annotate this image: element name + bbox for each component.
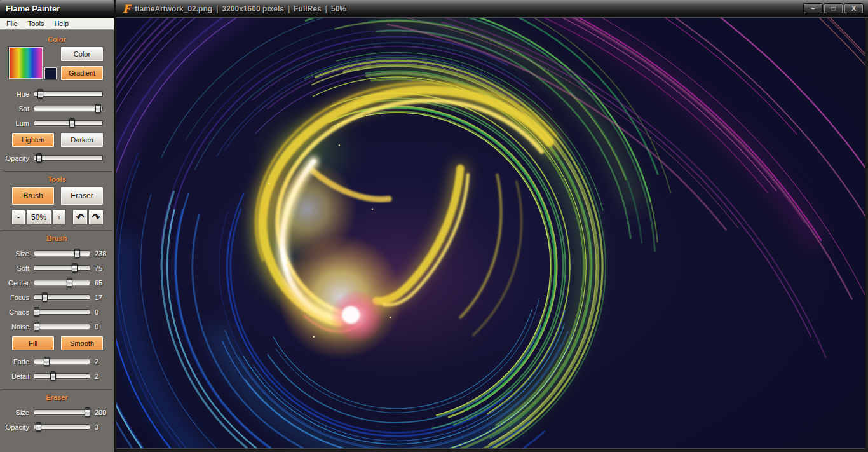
brush-fade-label: Fade <box>0 358 29 366</box>
document-filename: flameArtwork_02.png <box>135 4 212 13</box>
lum-slider[interactable] <box>34 120 103 126</box>
fill-button[interactable]: Fill <box>12 336 54 350</box>
brush-center-row: Center 65 <box>0 275 114 290</box>
brush-noise-row: Noise 0 <box>0 319 114 334</box>
brush-chaos-value: 0 <box>95 308 110 316</box>
brush-soft-value: 75 <box>95 264 110 272</box>
brush-fade-value: 2 <box>95 358 110 366</box>
redo-icon: ↷ <box>92 212 100 223</box>
brush-noise-thumb[interactable] <box>34 322 39 331</box>
lum-slider-thumb[interactable] <box>69 118 75 128</box>
color-section-title: Color <box>0 36 114 43</box>
brush-center-label: Center <box>0 279 29 287</box>
brush-size-value: 238 <box>95 250 110 257</box>
zoom-out-button[interactable]: - <box>12 210 25 224</box>
sat-slider[interactable] <box>34 106 103 111</box>
brush-soft-thumb[interactable] <box>72 263 78 273</box>
eraser-opacity-slider[interactable] <box>34 424 90 430</box>
brush-focus-slider[interactable] <box>34 294 90 300</box>
brush-detail-thumb[interactable] <box>50 371 56 381</box>
brush-soft-slider[interactable] <box>34 265 90 271</box>
brush-size-label: Size <box>0 250 29 257</box>
brush-detail-slider[interactable] <box>34 373 90 379</box>
zoom-in-button[interactable]: + <box>53 210 65 224</box>
smooth-button[interactable]: Smooth <box>61 336 103 350</box>
zoom-level-button[interactable]: 50% <box>27 210 51 224</box>
darken-button[interactable]: Darken <box>61 133 103 147</box>
document-resolution: FullRes <box>294 4 321 13</box>
gradient-button[interactable]: Gradient <box>61 66 103 80</box>
brush-center-thumb[interactable] <box>67 278 72 287</box>
brush-focus-label: Focus <box>0 294 29 301</box>
color-opacity-slider-thumb[interactable] <box>36 153 42 163</box>
color-opacity-slider[interactable] <box>34 155 103 161</box>
brush-noise-value: 0 <box>95 323 110 331</box>
brush-detail-label: Detail <box>0 373 29 380</box>
brush-size-row: Size 238 <box>0 246 114 261</box>
brush-fade-slider[interactable] <box>34 359 90 364</box>
brush-fade-thumb[interactable] <box>44 357 50 366</box>
menu-bar: File Tools Help <box>0 18 114 30</box>
maximize-button[interactable]: □ <box>824 4 843 13</box>
lighten-darken-row: Lighten Darken <box>0 133 114 147</box>
menu-tools[interactable]: Tools <box>23 20 50 27</box>
brush-noise-slider[interactable] <box>34 324 90 329</box>
section-divider <box>2 230 112 231</box>
brush-noise-label: Noise <box>0 323 29 331</box>
lighten-button[interactable]: Lighten <box>12 133 54 147</box>
title-separator: | <box>288 4 290 13</box>
color-button[interactable]: Color <box>61 47 103 61</box>
app-root: Flame Painter File Tools Help Color Colo… <box>0 0 868 452</box>
close-button[interactable]: X <box>844 4 863 13</box>
brush-detail-value: 2 <box>95 373 110 380</box>
hue-slider[interactable] <box>34 91 103 97</box>
color-swatch-row: Color Gradient <box>0 47 114 80</box>
eraser-opacity-label: Opacity <box>0 423 29 431</box>
brush-focus-thumb[interactable] <box>42 292 48 302</box>
current-color-swatch[interactable] <box>44 67 57 79</box>
brush-center-slider[interactable] <box>34 280 90 285</box>
brush-soft-row: Soft 75 <box>0 261 114 275</box>
zoom-undo-row: - 50% + ↶ ↷ <box>0 210 114 224</box>
eraser-size-slider[interactable] <box>34 409 90 415</box>
brush-chaos-label: Chaos <box>0 308 29 316</box>
brush-detail-row: Detail 2 <box>0 369 114 383</box>
hue-label: Hue <box>0 90 29 98</box>
lum-slider-row: Lum <box>0 116 114 130</box>
document-dimensions: 3200x1600 pixels <box>222 4 283 13</box>
brush-chaos-row: Chaos 0 <box>0 305 114 319</box>
eraser-section-title: Eraser <box>0 394 114 401</box>
brush-section-title: Brush <box>0 235 114 242</box>
eraser-size-thumb[interactable] <box>85 407 90 417</box>
eraser-size-value: 200 <box>95 409 110 416</box>
minimize-button[interactable]: – <box>804 4 822 13</box>
title-separator: | <box>216 4 218 13</box>
brush-focus-value: 17 <box>95 294 110 301</box>
brush-chaos-slider[interactable] <box>34 309 90 315</box>
eraser-size-label: Size <box>0 409 29 416</box>
eraser-size-row: Size 200 <box>0 405 114 420</box>
brush-tool-button[interactable]: Brush <box>12 187 54 205</box>
color-opacity-slider-row: Opacity <box>0 151 114 165</box>
hue-slider-thumb[interactable] <box>37 89 43 99</box>
menu-help[interactable]: Help <box>49 20 74 27</box>
document-zoom: 50% <box>331 4 346 13</box>
menu-file[interactable]: File <box>1 20 23 27</box>
flame-logo-icon: F <box>123 3 130 15</box>
color-spectrum-swatch[interactable] <box>9 47 43 79</box>
eraser-tool-button[interactable]: Eraser <box>61 187 103 205</box>
brush-size-slider[interactable] <box>34 250 90 256</box>
undo-button[interactable]: ↶ <box>73 210 87 224</box>
eraser-opacity-thumb[interactable] <box>36 422 41 432</box>
canvas-area[interactable] <box>116 18 865 448</box>
redo-button[interactable]: ↷ <box>89 210 103 224</box>
document-title: flameArtwork_02.png|3200x1600 pixels|Ful… <box>135 4 346 13</box>
hue-slider-row: Hue <box>0 86 114 101</box>
section-divider <box>2 389 112 390</box>
sat-slider-thumb[interactable] <box>95 104 101 113</box>
brush-chaos-thumb[interactable] <box>34 307 39 317</box>
document-titlebar[interactable]: F flameArtwork_02.png|3200x1600 pixels|F… <box>116 0 868 18</box>
panel-titlebar[interactable]: Flame Painter <box>0 0 114 18</box>
title-separator: | <box>325 4 327 13</box>
brush-size-thumb[interactable] <box>74 249 80 258</box>
